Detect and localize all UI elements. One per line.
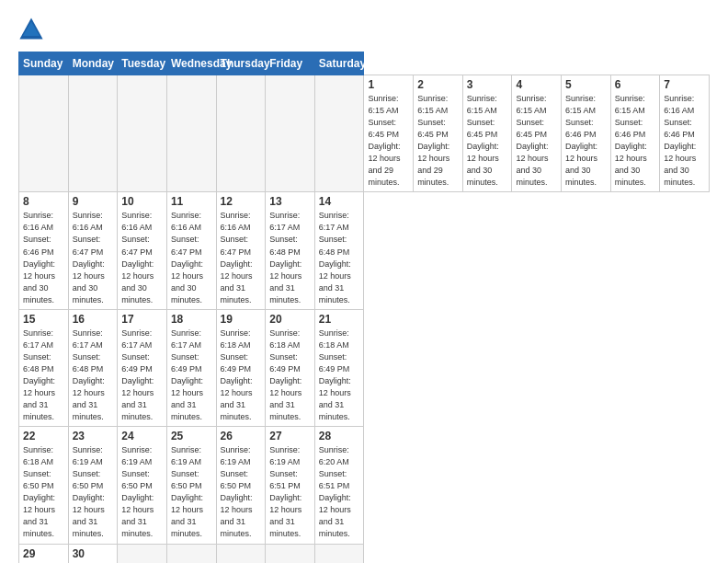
calendar-day-cell: 21Sunrise: 6:18 AMSunset: 6:49 PMDayligh… — [314, 309, 364, 426]
calendar-day-cell: 24Sunrise: 6:19 AMSunset: 6:50 PMDayligh… — [118, 427, 167, 544]
calendar-day-cell: 18Sunrise: 6:17 AMSunset: 6:49 PMDayligh… — [166, 309, 216, 426]
calendar-day-cell: 16Sunrise: 6:17 AMSunset: 6:48 PMDayligh… — [68, 309, 118, 426]
calendar-day-cell: 1Sunrise: 6:15 AMSunset: 6:45 PMDaylight… — [364, 75, 414, 192]
day-number: 1 — [368, 78, 409, 91]
day-info: Sunrise: 6:15 AMSunset: 6:46 PMDaylight:… — [565, 93, 607, 189]
calendar-day-cell — [118, 544, 167, 563]
day-number: 27 — [269, 430, 311, 442]
calendar-table: SundayMondayTuesdayWednesdayThursdayFrid… — [18, 52, 710, 563]
day-number: 4 — [516, 78, 557, 91]
calendar-day-header: Friday — [266, 52, 315, 75]
logo — [18, 17, 48, 42]
day-number: 11 — [171, 195, 212, 208]
calendar-week-row: 15Sunrise: 6:17 AMSunset: 6:48 PMDayligh… — [19, 309, 710, 426]
calendar-header-row: SundayMondayTuesdayWednesdayThursdayFrid… — [19, 52, 710, 75]
calendar-day-cell: 10Sunrise: 6:16 AMSunset: 6:47 PMDayligh… — [118, 192, 167, 309]
calendar-day-cell: 13Sunrise: 6:17 AMSunset: 6:48 PMDayligh… — [266, 192, 315, 309]
day-info: Sunrise: 6:19 AMSunset: 6:50 PMDaylight:… — [171, 444, 212, 540]
calendar-day-cell — [68, 75, 118, 192]
day-number: 30 — [73, 547, 114, 560]
calendar-day-cell: 11Sunrise: 6:16 AMSunset: 6:47 PMDayligh… — [166, 192, 216, 309]
logo-icon — [18, 17, 44, 42]
day-info: Sunrise: 6:16 AMSunset: 6:47 PMDaylight:… — [221, 210, 262, 305]
day-info: Sunrise: 6:17 AMSunset: 6:49 PMDaylight:… — [171, 327, 212, 423]
day-info: Sunrise: 6:15 AMSunset: 6:45 PMDaylight:… — [467, 93, 508, 189]
day-number: 29 — [23, 547, 64, 560]
day-info: Sunrise: 6:17 AMSunset: 6:48 PMDaylight:… — [73, 327, 114, 423]
calendar-day-cell — [266, 75, 315, 192]
day-number: 7 — [664, 78, 705, 91]
calendar-day-cell: 5Sunrise: 6:15 AMSunset: 6:46 PMDaylight… — [562, 75, 611, 192]
day-number: 20 — [269, 313, 311, 326]
day-info: Sunrise: 6:19 AMSunset: 6:50 PMDaylight:… — [221, 444, 262, 540]
calendar-day-cell: 27Sunrise: 6:19 AMSunset: 6:51 PMDayligh… — [266, 427, 315, 544]
day-number: 24 — [121, 430, 163, 442]
calendar-day-cell: 20Sunrise: 6:18 AMSunset: 6:49 PMDayligh… — [266, 309, 315, 426]
calendar-day-cell: 14Sunrise: 6:17 AMSunset: 6:48 PMDayligh… — [314, 192, 364, 309]
day-number: 8 — [23, 195, 64, 208]
day-number: 23 — [73, 430, 114, 442]
day-info: Sunrise: 6:15 AMSunset: 6:45 PMDaylight:… — [368, 93, 409, 189]
day-info: Sunrise: 6:15 AMSunset: 6:45 PMDaylight:… — [516, 93, 557, 189]
day-info: Sunrise: 6:18 AMSunset: 6:49 PMDaylight:… — [319, 327, 360, 423]
day-number: 3 — [467, 78, 508, 91]
day-info: Sunrise: 6:16 AMSunset: 6:47 PMDaylight:… — [121, 210, 163, 305]
day-number: 15 — [23, 313, 64, 326]
day-info: Sunrise: 6:19 AMSunset: 6:50 PMDaylight:… — [73, 444, 114, 540]
day-info: Sunrise: 6:18 AMSunset: 6:50 PMDaylight:… — [23, 444, 64, 540]
day-info: Sunrise: 6:19 AMSunset: 6:51 PMDaylight:… — [269, 444, 311, 540]
calendar-day-cell: 12Sunrise: 6:16 AMSunset: 6:47 PMDayligh… — [216, 192, 266, 309]
calendar-day-cell — [314, 544, 364, 563]
day-number: 25 — [171, 430, 212, 442]
day-number: 9 — [73, 195, 114, 208]
calendar-day-cell: 15Sunrise: 6:17 AMSunset: 6:48 PMDayligh… — [19, 309, 69, 426]
day-number: 28 — [319, 430, 360, 442]
day-number: 21 — [319, 313, 360, 326]
day-number: 12 — [221, 195, 262, 208]
calendar-day-cell: 4Sunrise: 6:15 AMSunset: 6:45 PMDaylight… — [512, 75, 562, 192]
calendar-day-header: Saturday — [314, 52, 364, 75]
day-info: Sunrise: 6:16 AMSunset: 6:46 PMDaylight:… — [664, 93, 705, 189]
calendar-day-cell — [19, 75, 69, 192]
calendar-day-cell — [314, 75, 364, 192]
day-info: Sunrise: 6:17 AMSunset: 6:49 PMDaylight:… — [121, 327, 163, 423]
day-info: Sunrise: 6:15 AMSunset: 6:46 PMDaylight:… — [615, 93, 656, 189]
calendar-day-cell: 22Sunrise: 6:18 AMSunset: 6:50 PMDayligh… — [19, 427, 69, 544]
day-info: Sunrise: 6:15 AMSunset: 6:45 PMDaylight:… — [417, 93, 459, 189]
calendar-day-cell: 2Sunrise: 6:15 AMSunset: 6:45 PMDaylight… — [414, 75, 463, 192]
calendar-day-header: Monday — [68, 52, 118, 75]
calendar-day-cell: 9Sunrise: 6:16 AMSunset: 6:47 PMDaylight… — [68, 192, 118, 309]
day-number: 10 — [121, 195, 163, 208]
calendar-day-cell: 19Sunrise: 6:18 AMSunset: 6:49 PMDayligh… — [216, 309, 266, 426]
day-number: 16 — [73, 313, 114, 326]
day-info: Sunrise: 6:20 AMSunset: 6:51 PMDaylight:… — [319, 444, 360, 540]
page: SundayMondayTuesdayWednesdayThursdayFrid… — [0, 0, 728, 563]
calendar-day-cell: 30Sunrise: 6:20 AMSunset: 6:51 PMDayligh… — [68, 544, 118, 563]
day-number: 14 — [319, 195, 360, 208]
calendar-day-cell: 25Sunrise: 6:19 AMSunset: 6:50 PMDayligh… — [166, 427, 216, 544]
day-info: Sunrise: 6:17 AMSunset: 6:48 PMDaylight:… — [23, 327, 64, 423]
calendar-day-cell: 6Sunrise: 6:15 AMSunset: 6:46 PMDaylight… — [610, 75, 660, 192]
calendar-day-cell: 28Sunrise: 6:20 AMSunset: 6:51 PMDayligh… — [314, 427, 364, 544]
calendar-day-cell: 7Sunrise: 6:16 AMSunset: 6:46 PMDaylight… — [660, 75, 710, 192]
calendar-week-row: 8Sunrise: 6:16 AMSunset: 6:46 PMDaylight… — [19, 192, 710, 309]
day-info: Sunrise: 6:17 AMSunset: 6:48 PMDaylight:… — [269, 210, 311, 305]
calendar-day-header: Thursday — [216, 52, 266, 75]
day-number: 22 — [23, 430, 64, 442]
calendar-day-cell — [216, 75, 266, 192]
calendar-day-header: Wednesday — [166, 52, 216, 75]
calendar-day-cell — [166, 544, 216, 563]
calendar-day-cell — [266, 544, 315, 563]
day-info: Sunrise: 6:16 AMSunset: 6:46 PMDaylight:… — [23, 210, 64, 305]
calendar-day-cell: 3Sunrise: 6:15 AMSunset: 6:45 PMDaylight… — [462, 75, 512, 192]
day-info: Sunrise: 6:16 AMSunset: 6:47 PMDaylight:… — [73, 210, 114, 305]
calendar-day-cell: 17Sunrise: 6:17 AMSunset: 6:49 PMDayligh… — [118, 309, 167, 426]
calendar-day-cell: 8Sunrise: 6:16 AMSunset: 6:46 PMDaylight… — [19, 192, 69, 309]
day-info: Sunrise: 6:16 AMSunset: 6:47 PMDaylight:… — [171, 210, 212, 305]
day-number: 5 — [565, 78, 607, 91]
calendar-day-cell — [216, 544, 266, 563]
day-number: 13 — [269, 195, 311, 208]
calendar-day-cell: 23Sunrise: 6:19 AMSunset: 6:50 PMDayligh… — [68, 427, 118, 544]
day-info: Sunrise: 6:18 AMSunset: 6:49 PMDaylight:… — [269, 327, 311, 423]
calendar-week-row: 29Sunrise: 6:20 AMSunset: 6:51 PMDayligh… — [19, 544, 710, 563]
